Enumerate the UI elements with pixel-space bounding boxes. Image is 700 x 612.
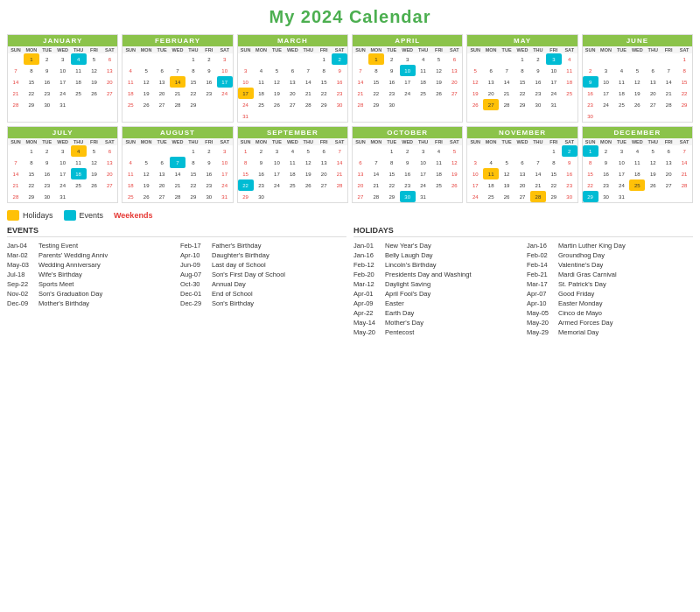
day-cell: 20: [645, 88, 661, 99]
empty-day: [154, 53, 170, 65]
empty-day: [122, 53, 138, 65]
day-cell: 8: [186, 157, 201, 168]
day-cell: 15: [186, 168, 201, 179]
day-cell: 27: [102, 88, 117, 99]
day-cell: 18: [629, 168, 645, 179]
day-cell: 24: [598, 99, 614, 110]
days-grid: 1234567891011121314151617181920212223242…: [8, 145, 117, 202]
day-cell: 30: [598, 191, 614, 202]
day-cell: 25: [431, 179, 447, 191]
day-cell: 22: [186, 88, 201, 99]
empty-day: [238, 53, 254, 65]
event-item: Mar-02Parents' Wedding Anniv: [7, 250, 173, 260]
day-cell: 25: [483, 191, 499, 202]
day-cell: 10: [55, 65, 71, 76]
day-cell: 23: [583, 99, 598, 110]
day-cell: 21: [661, 88, 676, 99]
event-name: Son's Graduation Day: [38, 290, 102, 298]
day-header: TUE: [499, 138, 514, 145]
day-cell: 24: [269, 179, 284, 191]
holiday-name: Earth Day: [385, 309, 414, 317]
day-cell: 6: [645, 65, 661, 76]
holiday-name: Good Friday: [558, 290, 594, 298]
day-cell: 29: [676, 99, 692, 110]
day-header: SUN: [583, 138, 598, 145]
day-cell: 18: [254, 88, 270, 99]
day-cell: 27: [483, 99, 499, 110]
day-cell: 12: [138, 76, 154, 88]
day-cell: 13: [154, 168, 170, 179]
day-cell: 11: [562, 65, 578, 76]
empty-day: [170, 53, 186, 65]
holiday-name: Easter Monday: [558, 299, 602, 307]
day-cell: 2: [598, 145, 614, 157]
day-cell: 20: [353, 179, 368, 191]
day-cell: 14: [661, 76, 676, 88]
holiday-date: Feb-20: [354, 271, 382, 278]
day-cell: 24: [55, 88, 71, 99]
holiday-date: May-29: [527, 328, 555, 336]
day-cell: 15: [676, 76, 692, 88]
holiday-date: Mar-17: [527, 280, 555, 288]
day-header: FRI: [661, 46, 676, 53]
empty-day: [170, 145, 186, 157]
day-cell: 25: [71, 88, 87, 99]
day-cell: 22: [368, 88, 384, 99]
day-cell: 22: [384, 179, 400, 191]
day-cell: 11: [254, 76, 270, 88]
day-cell: 3: [598, 65, 614, 76]
days-grid: 1234567891011121314151617181920212223242…: [238, 145, 347, 202]
day-header: SAT: [562, 138, 578, 145]
day-cell: 18: [284, 168, 300, 179]
day-cell: 17: [55, 76, 71, 88]
day-cell: 1: [316, 53, 332, 65]
day-cell: 4: [71, 53, 87, 65]
day-header: TUE: [154, 46, 170, 53]
day-cell: 24: [400, 88, 416, 99]
day-header: SUN: [122, 46, 138, 53]
month-header: MARCH: [238, 35, 347, 46]
day-cell: 26: [138, 99, 154, 110]
day-cell: 16: [39, 168, 55, 179]
day-cell: 28: [8, 99, 24, 110]
event-item: Dec-09Mother's Birthday: [7, 299, 173, 308]
day-cell: 18: [122, 179, 138, 191]
day-cell: 1: [514, 53, 530, 65]
empty-day: [138, 145, 154, 157]
day-cell: 29: [384, 191, 400, 202]
day-cell: 3: [400, 53, 416, 65]
day-cell: 22: [316, 88, 332, 99]
weekends-label: Weekends: [114, 211, 152, 220]
day-header: FRI: [546, 138, 562, 145]
day-header: FRI: [661, 138, 676, 145]
holiday-item: May-29Memorial Day: [527, 327, 693, 337]
event-item: Dec-29Son's Birthday: [180, 299, 346, 308]
day-cell: 27: [284, 99, 300, 110]
day-cell: 12: [300, 157, 316, 168]
legend-row: Holidays Events Weekends: [7, 210, 693, 221]
day-header: TUE: [613, 138, 629, 145]
day-cell: 8: [316, 65, 332, 76]
day-cell: 15: [368, 76, 384, 88]
month-block-december: DECEMBERSUNMONTUEWEDTHUFRISAT12345678910…: [582, 126, 693, 203]
day-cell: 7: [661, 65, 676, 76]
day-cell: 11: [122, 168, 138, 179]
day-cell: 27: [661, 179, 676, 191]
day-cell: 7: [353, 65, 368, 76]
month-header: NOVEMBER: [467, 127, 577, 138]
day-cell: 19: [300, 168, 316, 179]
day-cell: 12: [446, 157, 462, 168]
empty-day: [483, 145, 499, 157]
day-header: SUN: [8, 138, 24, 145]
days-grid: 1234567891011121314151617181920212223242…: [122, 145, 232, 202]
day-cell: 4: [122, 157, 138, 168]
day-header: MON: [24, 46, 39, 53]
day-cell: 10: [598, 76, 614, 88]
event-name: Son's First Day of School: [212, 271, 285, 278]
day-header: SAT: [102, 138, 117, 145]
day-cell: 5: [87, 145, 102, 157]
day-cell: 17: [55, 168, 71, 179]
day-cell: 22: [24, 179, 39, 191]
day-cell: 12: [87, 65, 102, 76]
day-cell: 31: [416, 191, 431, 202]
